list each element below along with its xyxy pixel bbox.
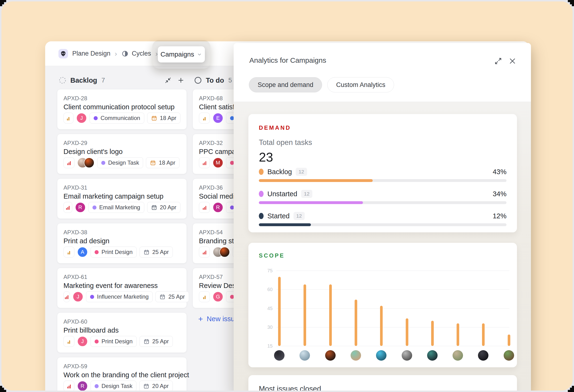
label-chip[interactable]: Communication bbox=[90, 113, 144, 123]
chart-ytick-label: 60 bbox=[261, 287, 273, 292]
issue-card[interactable]: APXD-29Design client's logoDesign Task18… bbox=[57, 134, 187, 174]
due-date-chip[interactable]: 25 Apr bbox=[155, 291, 189, 302]
chart-gridline bbox=[276, 346, 509, 346]
issue-id: APXD-29 bbox=[63, 140, 180, 146]
assignee-avatars[interactable]: E bbox=[213, 113, 223, 123]
add-issue-button[interactable] bbox=[176, 76, 185, 85]
issue-card[interactable]: APXD-38Print ad designAPrint Design25 Ap… bbox=[57, 223, 187, 263]
plus-icon bbox=[177, 77, 184, 84]
assignee-avatar[interactable] bbox=[427, 350, 438, 361]
assignee-avatar[interactable] bbox=[452, 350, 463, 361]
column-count: 5 bbox=[228, 77, 232, 84]
breadcrumb-cycles[interactable]: Cycles bbox=[122, 50, 151, 57]
due-date-text: 20 Apr bbox=[160, 204, 176, 211]
priority-chip[interactable] bbox=[199, 291, 210, 302]
tab-custom-analytics[interactable]: Custom Analytics bbox=[327, 77, 394, 92]
demand-state-name: Backlog bbox=[267, 168, 292, 176]
label-chip[interactable]: Email Marketing bbox=[88, 202, 144, 213]
demand-row-header: Started1212% bbox=[259, 212, 507, 220]
priority-chip[interactable] bbox=[63, 113, 73, 123]
assignee-avatar[interactable] bbox=[274, 350, 285, 361]
demand-state-name: Started bbox=[267, 212, 290, 220]
issue-properties: JPrint Design25 Apr bbox=[63, 336, 180, 347]
priority-chip[interactable] bbox=[199, 157, 210, 168]
breadcrumb-project[interactable]: Plane Design bbox=[72, 50, 110, 57]
due-date-chip[interactable]: 25 Apr bbox=[140, 247, 173, 257]
priority-chip[interactable] bbox=[199, 247, 210, 257]
scope-bar bbox=[508, 334, 510, 346]
tab-scope-and-demand[interactable]: Scope and demand bbox=[249, 77, 322, 92]
label-text: Influencer Marketing bbox=[97, 294, 148, 300]
priority-chip[interactable] bbox=[63, 336, 74, 347]
cycle-selector-button[interactable]: Campaigns bbox=[158, 46, 205, 62]
assignee-avatars[interactable] bbox=[213, 247, 230, 257]
assignee-avatar: A bbox=[77, 247, 88, 257]
due-date-chip[interactable]: 20 Apr bbox=[147, 202, 180, 213]
issue-id: APXD-31 bbox=[63, 184, 180, 191]
issue-card[interactable]: APXD-60Print billboard adsJPrint Design2… bbox=[57, 313, 187, 353]
expand-button[interactable] bbox=[493, 56, 503, 66]
issue-card[interactable]: APXD-31Email marketing campaign setupREm… bbox=[57, 178, 187, 219]
assignee-avatars[interactable]: J bbox=[77, 336, 88, 347]
priority-chip[interactable] bbox=[199, 113, 210, 123]
workspace-logo[interactable] bbox=[59, 49, 68, 59]
due-date-text: 25 Apr bbox=[152, 249, 169, 255]
assignee-avatar[interactable] bbox=[350, 350, 361, 361]
priority-chip[interactable] bbox=[199, 202, 210, 213]
assignee-avatars[interactable] bbox=[77, 157, 94, 168]
label-chip[interactable]: Print Design bbox=[91, 247, 137, 257]
due-date-chip[interactable]: 18 Apr bbox=[146, 157, 179, 168]
issue-properties: RDesign Task20 Apr bbox=[63, 381, 180, 391]
issue-card[interactable]: APXD-28Client communication protocol set… bbox=[57, 89, 187, 130]
assignee-avatars[interactable]: A bbox=[77, 247, 88, 257]
assignee-avatar[interactable] bbox=[478, 350, 489, 361]
assignee-avatar[interactable] bbox=[504, 350, 514, 361]
assignee-avatars[interactable]: J bbox=[73, 292, 83, 302]
priority-chip[interactable] bbox=[63, 157, 74, 168]
issue-card[interactable]: APXD-59Work on the branding of the clien… bbox=[57, 357, 187, 391]
label-chip[interactable]: Print Design bbox=[91, 336, 137, 347]
assignee-avatars[interactable]: M bbox=[213, 157, 223, 168]
due-date-chip[interactable]: 18 Apr bbox=[147, 113, 180, 123]
scope-bar bbox=[304, 284, 306, 346]
chart-ytick-label: 75 bbox=[261, 268, 273, 274]
label-chip[interactable]: Design Task bbox=[91, 381, 136, 391]
due-date-text: 25 Apr bbox=[152, 338, 169, 345]
label-dot-icon bbox=[95, 384, 99, 388]
demand-progress-fill bbox=[259, 179, 373, 182]
priority-icon bbox=[65, 205, 71, 211]
assignee-avatars[interactable]: G bbox=[213, 292, 223, 302]
column-name: Backlog bbox=[70, 77, 97, 84]
assignee-avatar[interactable] bbox=[376, 350, 387, 361]
assignee-avatar[interactable] bbox=[325, 350, 336, 361]
demand-progress-track bbox=[259, 201, 507, 204]
label-text: Print Design bbox=[102, 249, 133, 255]
label-chip[interactable]: Design Task bbox=[97, 157, 143, 168]
priority-chip[interactable] bbox=[63, 381, 74, 391]
assignee-avatars[interactable]: J bbox=[76, 113, 87, 123]
chart-ytick-label: 30 bbox=[261, 324, 273, 330]
assignee-avatars[interactable]: R bbox=[213, 202, 223, 213]
demand-state-percent: 12% bbox=[493, 212, 507, 220]
label-dot-icon bbox=[101, 161, 105, 165]
assignee-avatar[interactable] bbox=[402, 350, 412, 361]
due-date-chip[interactable]: 20 Apr bbox=[139, 381, 173, 391]
assignee-avatar[interactable] bbox=[300, 350, 310, 361]
demand-state-percent: 34% bbox=[493, 190, 507, 198]
demand-row-header: Unstarted1234% bbox=[259, 190, 507, 198]
assignee-avatar bbox=[84, 157, 94, 168]
due-date-chip[interactable]: 25 Apr bbox=[140, 336, 173, 347]
assignee-avatars[interactable]: R bbox=[77, 381, 88, 391]
assignee-avatars[interactable]: R bbox=[75, 202, 85, 213]
label-chip[interactable]: Influencer Marketing bbox=[86, 291, 153, 302]
cursor-spotlight: Campaigns bbox=[152, 40, 210, 69]
calendar-icon bbox=[144, 249, 149, 255]
close-button[interactable] bbox=[508, 56, 517, 66]
issue-card[interactable]: APXD-61Marketing event for awarenessJInf… bbox=[57, 268, 187, 308]
priority-chip[interactable] bbox=[63, 291, 70, 302]
chart-gridline bbox=[276, 327, 509, 327]
state-dot-icon bbox=[259, 191, 264, 197]
priority-chip[interactable] bbox=[63, 247, 74, 257]
collapse-column-button[interactable] bbox=[164, 76, 173, 85]
priority-chip[interactable] bbox=[63, 202, 72, 213]
